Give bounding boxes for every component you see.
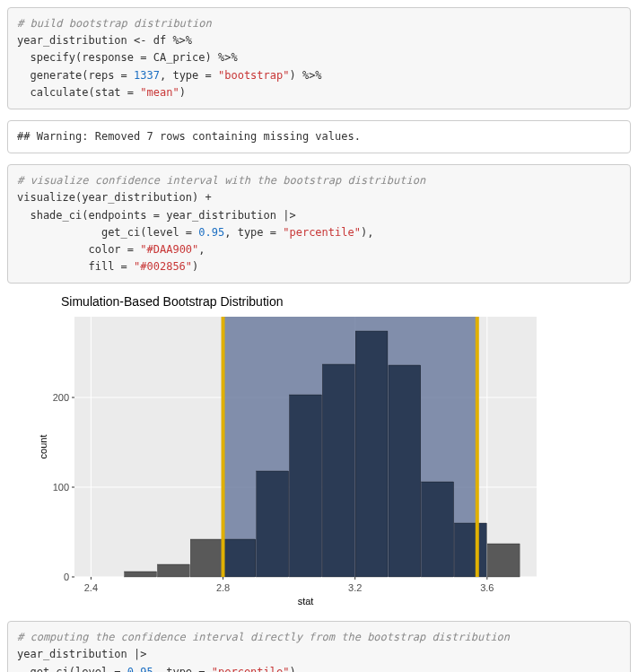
code-string: "mean" — [140, 86, 179, 99]
svg-rect-19 — [455, 523, 487, 577]
code-line: calculate(stat = — [17, 86, 140, 99]
svg-text:3.2: 3.2 — [348, 582, 362, 593]
code-string: "bootstrap" — [218, 69, 289, 82]
svg-rect-14 — [290, 395, 322, 577]
code-text: , type = — [153, 666, 212, 672]
code-comment: # visualize confidence interval with the… — [17, 174, 425, 187]
code-text: , type = — [160, 69, 218, 82]
svg-rect-20 — [487, 544, 520, 577]
code-string: "percentile" — [283, 226, 361, 239]
code-text: ) %>% — [289, 69, 321, 82]
code-comment: # build bootstrap distribution — [17, 17, 212, 30]
chart-title: Simulation-Based Bootstrap Distribution — [61, 294, 631, 309]
code-string: "percentile" — [212, 666, 290, 672]
svg-text:100: 100 — [53, 482, 69, 493]
output-block-1: ## Warning: Removed 7 rows containing mi… — [7, 120, 631, 153]
histogram-chart: 01002002.42.83.23.6statcount — [34, 312, 546, 608]
code-string: "#DAA900" — [140, 243, 198, 256]
code-text: ) — [192, 260, 198, 273]
code-line: fill = — [17, 260, 134, 273]
svg-rect-11 — [190, 539, 223, 577]
code-line: get_ci(level = — [17, 226, 198, 239]
code-string: "#002856" — [134, 260, 192, 273]
code-block-1: # build bootstrap distribution year_dist… — [7, 7, 631, 109]
svg-rect-12 — [223, 539, 256, 577]
code-text: ) — [289, 666, 295, 672]
code-line: color = — [17, 243, 140, 256]
svg-rect-9 — [125, 572, 157, 577]
chart-container: Simulation-Based Bootstrap Distribution … — [34, 294, 631, 608]
code-block-2: # visualize confidence interval with the… — [7, 164, 631, 284]
code-line: shade_ci(endpoints = year_distribution |… — [17, 209, 296, 222]
svg-rect-10 — [157, 564, 189, 577]
svg-text:0: 0 — [64, 572, 69, 582]
svg-rect-16 — [355, 331, 388, 577]
svg-rect-15 — [322, 364, 354, 577]
svg-text:2.8: 2.8 — [216, 582, 230, 593]
svg-text:stat: stat — [298, 596, 314, 607]
code-number: 1337 — [134, 69, 160, 82]
code-line: specify(response = CA_price) %>% — [17, 51, 238, 64]
code-line: year_distribution |> — [17, 648, 147, 660]
svg-text:200: 200 — [53, 392, 69, 403]
code-comment: # computing the confidence interval dire… — [17, 631, 510, 643]
code-line: get_ci(level = — [17, 666, 127, 672]
svg-text:3.6: 3.6 — [480, 582, 494, 593]
code-block-3: # computing the confidence interval dire… — [7, 621, 631, 672]
code-text: , type = — [224, 226, 283, 239]
svg-rect-13 — [257, 471, 289, 577]
output-line: ## Warning: Removed 7 rows containing mi… — [17, 130, 361, 143]
code-text: , — [198, 243, 205, 256]
code-text: ) — [179, 86, 186, 99]
code-number: 0.95 — [127, 666, 153, 672]
code-text: ), — [361, 226, 373, 239]
code-line: visualize(year_distribution) + — [17, 191, 212, 204]
svg-rect-18 — [422, 482, 454, 577]
code-line: generate(reps = — [17, 69, 134, 82]
svg-rect-17 — [389, 365, 421, 577]
svg-text:count: count — [38, 435, 48, 459]
svg-text:2.4: 2.4 — [84, 582, 98, 593]
code-line: year_distribution <- df %>% — [17, 34, 192, 47]
code-number: 0.95 — [198, 226, 224, 239]
